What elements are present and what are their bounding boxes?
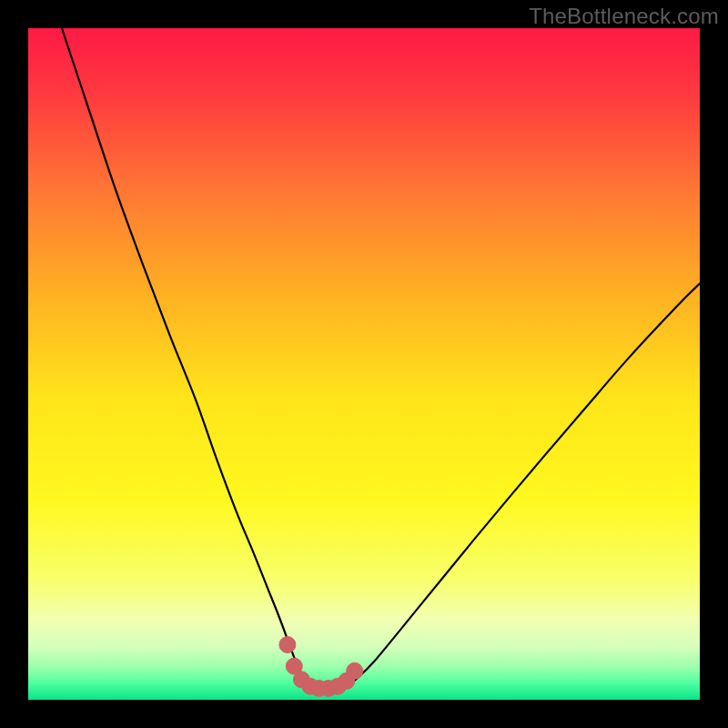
marker-point bbox=[347, 662, 363, 679]
bottleneck-chart bbox=[28, 28, 700, 700]
gradient-background bbox=[28, 28, 700, 700]
plot-area bbox=[28, 28, 700, 700]
marker-point bbox=[279, 636, 296, 652]
watermark-text: TheBottleneck.com bbox=[529, 4, 719, 29]
chart-frame: TheBottleneck.com bbox=[0, 0, 728, 728]
